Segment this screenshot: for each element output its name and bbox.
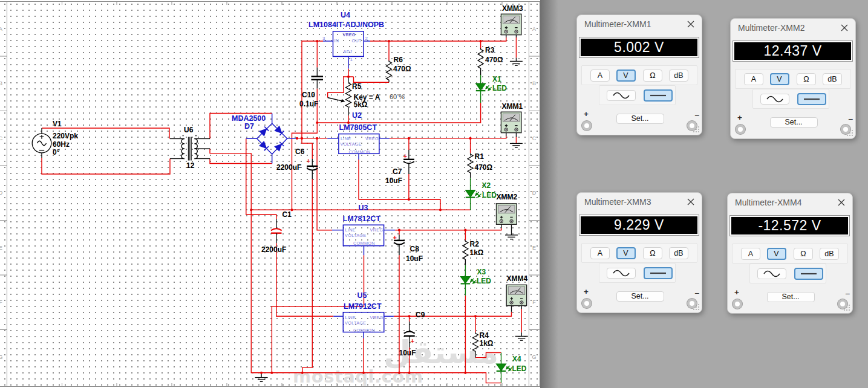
label-u5-part: LM7912CT <box>344 302 382 311</box>
resize-grip[interactable] <box>843 304 850 311</box>
label-u3-pin-line: LINE <box>345 227 356 233</box>
label-u3-pin-vreg: VREG <box>370 227 383 233</box>
window-titlebar[interactable]: Multimeter-XMM2 <box>731 19 855 38</box>
window-title: Multimeter-XMM1 <box>584 19 651 29</box>
resistors[interactable] <box>328 48 483 358</box>
mode-button-volt[interactable]: V <box>616 247 636 259</box>
label-c7-value: 10uF <box>385 176 402 185</box>
transformer-u6[interactable] <box>170 135 210 161</box>
label-u2-ref: U2 <box>352 111 362 120</box>
mode-button-volt[interactable]: V <box>770 73 789 85</box>
dc-mode-button[interactable] <box>644 267 673 279</box>
dc-mode-button[interactable] <box>797 93 826 105</box>
multimeter-window-xmm3[interactable]: Multimeter-XMM3 9.229 V A V Ω dB + − Set… <box>576 192 702 313</box>
set-button[interactable]: Set... <box>616 291 664 302</box>
label-x3-ref: X3 <box>477 268 486 276</box>
label-u4-ref: U4 <box>341 11 350 19</box>
window-titlebar[interactable]: Multimeter-XMM3 <box>577 193 702 212</box>
close-icon[interactable] <box>840 24 849 32</box>
positive-terminal[interactable] <box>733 299 742 309</box>
mode-button-ampere[interactable]: A <box>741 248 760 260</box>
multimeter-probe-icon[interactable] <box>501 14 521 35</box>
label-c8-ref: C8 <box>410 245 420 253</box>
multimeter-window-xmm4[interactable]: Multimeter-XMM4 -12.572 V A V Ω dB + − S… <box>727 193 853 314</box>
resize-grip[interactable] <box>693 126 700 133</box>
negative-terminal-label: − <box>694 111 699 120</box>
label-border-letter-right-D: D <box>532 190 537 196</box>
label-xmm1-label: XMM1 <box>502 102 523 111</box>
label-c10-ref: C10 <box>302 91 315 99</box>
dc-mode-button[interactable] <box>644 89 673 102</box>
dc-mode-button[interactable] <box>794 268 823 280</box>
label-u5-ref: U5 <box>357 291 367 300</box>
pin-stubs <box>246 41 395 338</box>
mode-button-volt[interactable]: V <box>616 70 636 82</box>
capacitor-c10 <box>312 68 324 89</box>
multimeter-probe-icon[interactable] <box>506 285 527 306</box>
label-u4-pin3: 3 <box>322 36 325 41</box>
mode-button-ohm[interactable]: Ω <box>643 70 662 82</box>
multimeter-probe-icon[interactable] <box>497 204 517 225</box>
positive-terminal[interactable] <box>736 124 745 134</box>
schematic-canvas[interactable]: مستقل mostaql.com V1220Vpk60Hz0°U612MDA2… <box>0 0 540 388</box>
label-r6-value: 470Ω <box>393 65 411 73</box>
label-xmm2-label: XMM2 <box>497 193 518 201</box>
mode-button-ohm[interactable]: Ω <box>643 247 662 259</box>
label-u4-pin1: 1 <box>350 57 353 62</box>
resistor-r6 <box>387 60 392 81</box>
ac-mode-button[interactable] <box>607 268 636 279</box>
close-icon[interactable] <box>837 198 846 207</box>
ac-source-v1[interactable] <box>32 128 51 158</box>
label-r3-value: 470Ω <box>485 56 503 64</box>
positive-terminal[interactable] <box>582 299 592 308</box>
watermark: مستقل mostaql.com <box>293 334 498 387</box>
label-c10-value: 0.1uF <box>299 100 318 108</box>
multimeter-window-xmm2[interactable]: Multimeter-XMM2 12.437 V A V Ω dB + − Se… <box>730 18 856 139</box>
resize-grip[interactable] <box>846 129 853 137</box>
label-u4-pin-vreg: VREG <box>343 33 356 37</box>
set-button[interactable]: Set... <box>616 114 664 124</box>
mode-button-ampere[interactable]: A <box>744 73 763 85</box>
close-icon[interactable] <box>687 198 695 206</box>
capacitor-c1 <box>271 219 282 243</box>
label-xmm4-label: XMM4 <box>507 274 528 283</box>
positive-terminal[interactable] <box>582 121 592 131</box>
label-u2-pin-common: COMMON <box>349 149 371 155</box>
positive-terminal-label: + <box>584 287 589 296</box>
mode-button-db[interactable]: dB <box>669 70 688 82</box>
mode-button-ohm[interactable]: Ω <box>794 248 813 260</box>
resize-grip[interactable] <box>693 303 700 311</box>
label-c1-ref: C1 <box>282 210 292 219</box>
label-border-letter-left-D: D <box>0 190 3 196</box>
mode-button-db[interactable]: dB <box>820 248 839 260</box>
capacitors[interactable] <box>271 68 415 348</box>
pot-wiper-arrow <box>341 99 345 103</box>
meter-value: 9.229 V <box>614 217 664 233</box>
window-title: Multimeter-XMM4 <box>735 198 801 207</box>
mode-button-db[interactable]: dB <box>823 73 842 85</box>
mode-button-db[interactable]: dB <box>669 247 688 259</box>
multimeter-probe-icon[interactable] <box>501 112 521 133</box>
window-titlebar[interactable]: Multimeter-XMM4 <box>728 193 852 213</box>
ac-mode-button[interactable] <box>760 94 789 105</box>
bridge-rectifier-d7[interactable] <box>257 123 287 154</box>
label-u2-pin-line: LINE <box>341 136 351 141</box>
label-x4-label: LED <box>512 364 527 373</box>
label-c8-plus: + <box>393 234 397 241</box>
multimeter-window-xmm1[interactable]: Multimeter-XMM1 5.002 V A V Ω dB + − Set… <box>576 15 702 135</box>
label-x1-label: LED <box>492 84 507 92</box>
ac-mode-button[interactable] <box>757 268 786 279</box>
ac-mode-button[interactable] <box>607 90 636 101</box>
label-x1-ref: X1 <box>492 75 501 83</box>
close-icon[interactable] <box>687 20 695 28</box>
window-title: Multimeter-XMM3 <box>584 197 651 207</box>
label-c7-plus: + <box>403 152 407 160</box>
set-button[interactable]: Set... <box>767 292 815 302</box>
window-titlebar[interactable]: Multimeter-XMM1 <box>577 15 702 34</box>
meter-value: 12.437 V <box>763 43 821 59</box>
set-button[interactable]: Set... <box>770 117 818 128</box>
mode-button-ohm[interactable]: Ω <box>797 73 816 85</box>
mode-button-ampere[interactable]: A <box>590 247 610 259</box>
mode-button-ampere[interactable]: A <box>590 70 610 82</box>
mode-button-volt[interactable]: V <box>767 248 786 260</box>
